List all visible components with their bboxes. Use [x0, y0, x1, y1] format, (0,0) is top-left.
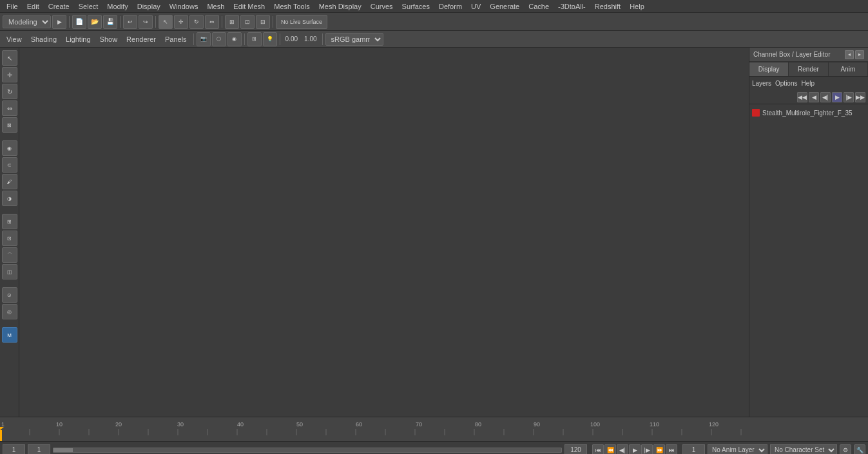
render-tab[interactable]: Render	[789, 62, 828, 76]
menu-generate[interactable]: Generate	[486, 1, 523, 12]
timeline-ruler[interactable]: 1 10 20 30 40 50 60 70 80 90 100 110 120	[0, 417, 868, 441]
menu-edit[interactable]: Edit	[23, 1, 43, 12]
wireframe-btn[interactable]: ⬡	[212, 32, 226, 46]
menu-windows[interactable]: Windows	[166, 1, 202, 12]
char-set-dropdown[interactable]: No Character Set	[770, 444, 837, 455]
colorspace-dropdown[interactable]: sRGB gamma	[325, 33, 383, 46]
save-btn[interactable]: 💾	[103, 15, 117, 29]
move-mode-btn[interactable]: ✛	[2, 67, 17, 82]
isolate-btn[interactable]: ◎	[2, 304, 17, 319]
select-tool-btn[interactable]: ↖	[159, 15, 173, 29]
mode-dropdown[interactable]: Modeling	[3, 15, 51, 28]
pb-go-end[interactable]: ⏭	[666, 444, 677, 455]
renderer-menu[interactable]: Renderer	[122, 34, 160, 44]
toolbar-btn-1[interactable]: ▶	[52, 15, 66, 29]
snap-to-surface-btn[interactable]: ◫	[2, 264, 17, 279]
menu-deform[interactable]: Deform	[435, 1, 466, 12]
lighting-menu[interactable]: Lighting	[62, 34, 95, 44]
cam-btn[interactable]: No Live Surface	[276, 15, 327, 29]
sound-btn[interactable]: 🔧	[854, 444, 865, 455]
anim-settings-btn[interactable]: ⚙	[840, 444, 851, 455]
pb-prev[interactable]: ⏪	[604, 444, 616, 455]
channel-box-collapse-btn[interactable]: ◂	[845, 50, 854, 59]
anim-layer-dropdown[interactable]: No Anim Layer	[708, 444, 767, 455]
xray-btn[interactable]: ⊙	[2, 287, 17, 303]
maya-logo[interactable]: M	[2, 327, 17, 343]
soft-select-btn[interactable]: ◉	[2, 140, 17, 156]
panels-menu[interactable]: Panels	[161, 34, 191, 44]
shading-menu[interactable]: Shading	[27, 34, 61, 44]
gamma-value2-label: 1.00	[302, 35, 319, 43]
scale-mode-btn[interactable]: ⇔	[2, 100, 17, 116]
menu-help[interactable]: Help	[626, 1, 648, 12]
playback-controls: ⏮ ⏪ ◀| ▶ |▶ ⏩ ⏭	[592, 444, 677, 455]
pb-prev-key[interactable]: ◀|	[617, 444, 628, 455]
new-file-btn[interactable]: 📄	[72, 15, 86, 29]
camera-btn[interactable]: 📷	[197, 32, 211, 46]
menu-mesh-display[interactable]: Mesh Display	[315, 1, 365, 12]
display-tab[interactable]: Display	[749, 62, 789, 76]
menu-mesh-tools[interactable]: Mesh Tools	[270, 1, 313, 12]
current-frame-input[interactable]: 1	[3, 444, 25, 455]
show-menu[interactable]: Show	[96, 34, 122, 44]
pb-go-start[interactable]: ⏮	[592, 444, 604, 455]
cb-object-row: Stealth_Multirole_Fighter_F_35	[752, 107, 865, 118]
menu-display[interactable]: Display	[133, 1, 164, 12]
snap-to-grid-btn[interactable]: ⊞	[2, 214, 17, 229]
nav-play-btn[interactable]: ▶	[832, 92, 842, 102]
nav-prev-btn[interactable]: ◀	[809, 92, 819, 102]
redo-btn[interactable]: ↪	[139, 15, 153, 29]
open-btn[interactable]: 📂	[88, 15, 102, 29]
menu-file[interactable]: File	[3, 1, 22, 12]
lasso-btn[interactable]: ⊂	[2, 157, 17, 173]
menu-uv[interactable]: UV	[467, 1, 485, 12]
svg-text:70: 70	[416, 421, 422, 428]
pb-next[interactable]: ⏩	[653, 444, 665, 455]
menu-3dtall[interactable]: -3DtoAll-	[554, 1, 590, 12]
snap-to-curve-btn[interactable]: ⌒	[2, 247, 17, 263]
menu-redshift[interactable]: Redshift	[591, 1, 624, 12]
frame-display[interactable]	[682, 444, 705, 455]
channel-box-expand-btn[interactable]: ▸	[855, 50, 864, 59]
snap3-btn[interactable]: ⊟	[256, 15, 270, 29]
snap-btn[interactable]: ⊞	[225, 15, 239, 29]
menu-cache[interactable]: Cache	[525, 1, 553, 12]
move-tool-btn[interactable]: ✛	[174, 15, 188, 29]
undo-btn[interactable]: ↩	[123, 15, 137, 29]
anim-tab[interactable]: Anim	[829, 62, 868, 76]
help-tab-cb[interactable]: Help	[801, 80, 815, 87]
nav-first-btn[interactable]: ◀◀	[797, 92, 807, 102]
toolbar-sep-3	[155, 16, 156, 28]
layers-tab[interactable]: Layers	[752, 80, 771, 87]
rotate-mode-btn[interactable]: ↻	[2, 84, 17, 99]
options-tab[interactable]: Options	[775, 80, 797, 87]
nav-prev-key-btn[interactable]: ◀|	[820, 92, 831, 102]
menu-curves[interactable]: Curves	[367, 1, 397, 12]
light-btn[interactable]: 💡	[263, 32, 277, 46]
grid-btn[interactable]: ⊞	[247, 32, 262, 46]
menu-surfaces[interactable]: Surfaces	[398, 1, 434, 12]
menu-modify[interactable]: Modify	[103, 1, 131, 12]
rotate-tool-btn[interactable]: ↻	[189, 15, 204, 29]
nav-next-key-btn[interactable]: |▶	[844, 92, 854, 102]
menu-select[interactable]: Select	[75, 1, 102, 12]
range-end-input[interactable]: 120	[564, 444, 587, 455]
svg-text:50: 50	[296, 421, 303, 428]
pb-next-key[interactable]: |▶	[641, 444, 653, 455]
pb-play[interactable]: ▶	[629, 444, 641, 455]
smooth-btn[interactable]: ◉	[227, 32, 242, 46]
range-start-input[interactable]: 1	[28, 444, 50, 455]
sculpt-btn[interactable]: ◑	[2, 191, 17, 206]
snap2-btn[interactable]: ⊡	[240, 15, 255, 29]
nav-next-btn[interactable]: ▶▶	[855, 92, 865, 102]
select-mode-btn[interactable]: ↖	[2, 50, 17, 66]
timeline-range-bar[interactable]	[53, 448, 562, 453]
menu-create[interactable]: Create	[44, 1, 73, 12]
paint-btn[interactable]: 🖌	[2, 174, 17, 189]
menu-mesh[interactable]: Mesh	[203, 1, 228, 12]
view-menu[interactable]: View	[3, 34, 26, 44]
scale-tool-btn[interactable]: ⇔	[205, 15, 219, 29]
last-tool-btn[interactable]: ⊠	[2, 117, 17, 133]
snap-to-point-btn[interactable]: ⊡	[2, 231, 17, 246]
menu-edit-mesh[interactable]: Edit Mesh	[229, 1, 269, 12]
